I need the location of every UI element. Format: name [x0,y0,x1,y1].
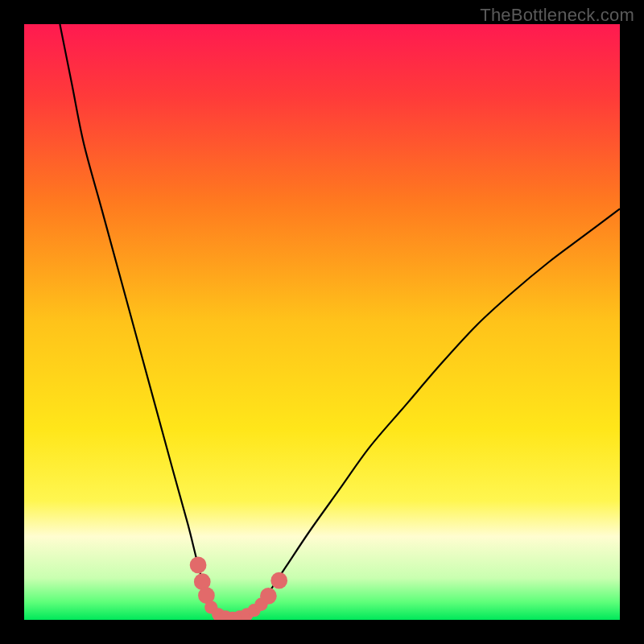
watermark-text: TheBottleneck.com [480,5,634,26]
marker-point [190,557,207,574]
marker-point [260,588,277,605]
gradient-background [24,24,620,620]
chart-frame: TheBottleneck.com [0,0,644,644]
marker-point [270,572,287,589]
chart-svg [24,24,620,620]
plot-area [24,24,620,620]
